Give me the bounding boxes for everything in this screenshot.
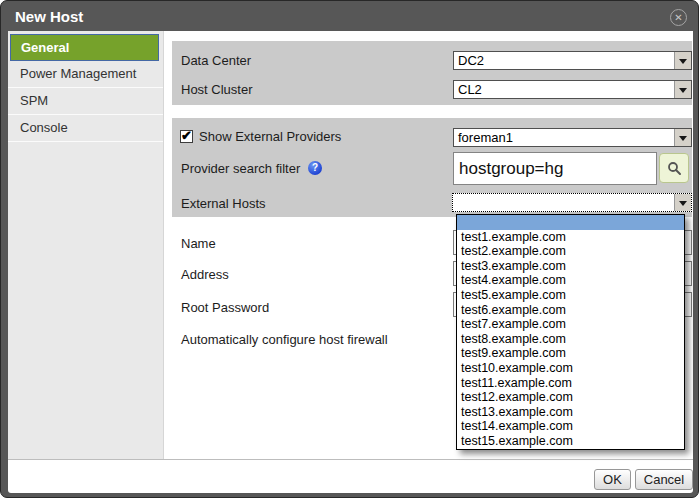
host-cluster-select[interactable]: CL2 [453,80,692,99]
host-cluster-value: CL2 [458,81,482,98]
address-label: Address [181,265,229,284]
sidebar-item-general[interactable]: General [10,34,159,61]
new-host-dialog: New Host ✕ General Power Management SPM … [0,0,699,498]
show-external-providers-checkbox[interactable]: ✔ [180,130,193,143]
ok-button[interactable]: OK [594,469,631,490]
dropdown-item[interactable]: test5.example.com [457,288,684,303]
external-hosts-dropdown: test1.example.com test2.example.com test… [456,214,685,450]
provider-search-filter-input[interactable] [453,152,657,185]
external-provider-select[interactable]: foreman1 [453,128,692,147]
sidebar-item-spm[interactable]: SPM [8,88,163,115]
chevron-down-icon [674,52,691,69]
name-label: Name [181,234,216,253]
dropdown-item[interactable]: test7.example.com [457,317,684,332]
sidebar: General Power Management SPM Console [8,31,164,459]
data-center-select[interactable]: DC2 [453,51,692,70]
dropdown-item[interactable]: test15.example.com [457,434,684,449]
data-center-value: DC2 [458,52,484,69]
sidebar-item-label: Power Management [20,66,136,81]
dropdown-item[interactable]: test10.example.com [457,361,684,376]
sidebar-item-label: General [21,40,69,55]
dropdown-item[interactable]: test3.example.com [457,259,684,274]
search-button[interactable] [659,153,689,183]
firewall-label: Automatically configure host firewall [181,330,388,349]
chevron-down-icon [674,81,691,98]
footer-divider [8,459,693,460]
data-center-label: Data Center [181,51,251,70]
root-password-label: Root Password [181,298,269,317]
show-external-providers-label: Show External Providers [199,127,341,146]
chevron-down-icon [674,129,691,146]
dropdown-item[interactable]: test14.example.com [457,419,684,434]
window-title: New Host [15,8,83,25]
external-provider-value: foreman1 [458,129,513,146]
sidebar-item-label: Console [20,120,68,135]
search-icon [667,161,682,176]
cancel-button[interactable]: Cancel [635,469,693,490]
dropdown-item[interactable]: test2.example.com [457,244,684,259]
dropdown-item[interactable]: test8.example.com [457,332,684,347]
checkmark-icon: ✔ [181,128,192,143]
help-icon[interactable]: ? [308,161,322,175]
provider-search-filter-label: Provider search filter [181,159,300,178]
dialog-body: General Power Management SPM Console Dat… [8,31,693,493]
chevron-down-icon [674,194,691,211]
dropdown-item[interactable]: test4.example.com [457,273,684,288]
dropdown-item[interactable]: test13.example.com [457,405,684,420]
dropdown-item[interactable]: test11.example.com [457,376,684,391]
sidebar-item-console[interactable]: Console [8,115,163,142]
dropdown-item[interactable]: test9.example.com [457,346,684,361]
dropdown-item[interactable] [457,215,684,230]
dropdown-item[interactable]: test12.example.com [457,390,684,405]
external-hosts-select[interactable] [452,193,692,212]
dropdown-item[interactable]: test1.example.com [457,230,684,245]
dropdown-item[interactable]: test6.example.com [457,303,684,318]
close-icon[interactable]: ✕ [670,9,687,26]
sidebar-item-label: SPM [20,93,48,108]
external-provider-section: ✔ Show External Providers foreman1 Provi… [172,118,692,217]
cluster-section: Data Center DC2 Host Cluster CL2 [172,41,692,105]
sidebar-item-power-management[interactable]: Power Management [8,61,163,88]
host-cluster-label: Host Cluster [181,80,253,99]
external-hosts-label: External Hosts [181,194,266,213]
